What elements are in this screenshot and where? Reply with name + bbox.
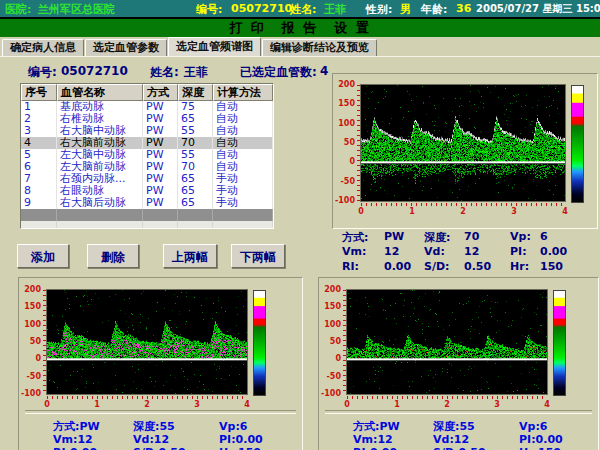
cell-name: 基底动脉 bbox=[57, 101, 143, 113]
info-name-value: 王菲 bbox=[184, 64, 208, 81]
vessel-table[interactable]: 序号血管名称方式深度计算方法1基底动脉PW75自动2右椎动脉PW65自动3右大脑… bbox=[20, 83, 274, 229]
hospital-label: 医院: bbox=[5, 2, 31, 17]
table-row[interactable]: 7右颈内动脉...PW65手动 bbox=[21, 173, 273, 185]
add-button[interactable]: 添加 bbox=[17, 244, 69, 268]
patient-id-value: 05072710 bbox=[231, 2, 292, 15]
stat-pair: 深度:55 bbox=[433, 415, 519, 428]
spectrum-plot-top bbox=[361, 85, 565, 201]
empty-row bbox=[21, 221, 273, 228]
x-tick-label: 1 bbox=[91, 400, 103, 409]
empty-row bbox=[21, 209, 273, 221]
stat-pair: Hr:150 bbox=[519, 441, 583, 450]
info-count-value: 4 bbox=[320, 64, 328, 78]
tab-1[interactable]: 确定病人信息 bbox=[2, 39, 84, 56]
patient-name-label: 姓名: bbox=[290, 2, 316, 17]
cell-depth: 55 bbox=[178, 125, 213, 137]
cell-depth: 65 bbox=[178, 197, 213, 209]
velocity-colorbar bbox=[553, 290, 566, 396]
cell-name: 右大脑中动脉 bbox=[57, 125, 143, 137]
empty-cell bbox=[57, 209, 143, 221]
empty-cell bbox=[213, 209, 273, 221]
cell-depth: 75 bbox=[178, 101, 213, 113]
tab-3[interactable]: 选定血管频谱图 bbox=[168, 37, 261, 56]
y-tick-label: 0 bbox=[333, 158, 355, 166]
x-tick-label: 3 bbox=[491, 400, 503, 409]
table-row[interactable]: 9右大脑后动脉PW65手动 bbox=[21, 197, 273, 209]
stat-pair: Vd:12 bbox=[433, 428, 519, 441]
empty-cell bbox=[178, 221, 213, 228]
spectrum-panel-bottom-left: 方式:PW深度:55Vp:6Vm:12Vd:12PI:0.00RI:0.00S/… bbox=[18, 277, 303, 450]
spectrum-stats-bottom-right: 方式:PW深度:55Vp:6Vm:12Vd:12PI:0.00RI:0.00S/… bbox=[353, 415, 589, 450]
stat-label: 方式: bbox=[342, 230, 384, 245]
empty-cell bbox=[178, 209, 213, 221]
y-tick-label: 50 bbox=[19, 338, 41, 346]
column-header: 血管名称 bbox=[57, 84, 143, 101]
cell-method: 手动 bbox=[213, 185, 273, 197]
divider bbox=[25, 410, 296, 414]
info-name-label: 姓名: bbox=[150, 64, 179, 81]
info-count-label: 已选定血管数: bbox=[240, 64, 317, 81]
stat-value: 6 bbox=[540, 230, 594, 245]
x-tick-label: 1 bbox=[406, 207, 418, 216]
table-row[interactable]: 6左大脑前动脉PW70自动 bbox=[21, 161, 273, 173]
y-tick-label: -50 bbox=[333, 178, 355, 186]
y-tick-label: -50 bbox=[319, 373, 341, 381]
age-value: 36 bbox=[456, 2, 471, 15]
y-tick-label: 150 bbox=[19, 303, 41, 311]
x-tick-label: 3 bbox=[191, 400, 203, 409]
stat-pair: Vp:6 bbox=[519, 415, 583, 428]
table-row[interactable]: 4右大脑前动脉PW70自动 bbox=[21, 137, 273, 149]
cell-depth: 65 bbox=[178, 113, 213, 125]
menu-bar: 打 印报 告设 置 bbox=[0, 19, 600, 37]
application-window: 医院: 兰州军区总医院 编号: 05072710 姓名: 王菲 性别: 男 年龄… bbox=[0, 0, 600, 450]
stat-value: 0.50 bbox=[158, 446, 185, 450]
info-id-label: 编号: bbox=[28, 64, 57, 81]
y-tick-label: -100 bbox=[333, 197, 355, 205]
stat-label: 深度: bbox=[424, 230, 464, 245]
y-axis-ticks bbox=[343, 290, 346, 394]
prev-two-button[interactable]: 上两幅 bbox=[163, 244, 217, 268]
table-row[interactable]: 3右大脑中动脉PW55自动 bbox=[21, 125, 273, 137]
cell-no: 6 bbox=[21, 161, 57, 173]
stat-pair: S/D:0.50 bbox=[433, 441, 519, 450]
stat-label: S/D: bbox=[424, 260, 464, 275]
cell-method: 自动 bbox=[213, 137, 273, 149]
stat-label: Vm: bbox=[342, 245, 384, 260]
cell-method: 自动 bbox=[213, 161, 273, 173]
empty-cell bbox=[143, 209, 178, 221]
info-id-value: 05072710 bbox=[61, 64, 128, 78]
cell-mode: PW bbox=[143, 101, 178, 113]
stat-pair: Vm:12 bbox=[53, 428, 133, 441]
menu-item-1[interactable]: 打 印 bbox=[229, 19, 266, 37]
cell-mode: PW bbox=[143, 149, 178, 161]
cell-no: 3 bbox=[21, 125, 57, 137]
tab-2[interactable]: 选定血管参数 bbox=[85, 39, 167, 56]
table-row[interactable]: 8右眼动脉PW65手动 bbox=[21, 185, 273, 197]
x-tick-label: 0 bbox=[341, 400, 353, 409]
cell-depth: 65 bbox=[178, 185, 213, 197]
stat-label: S/D: bbox=[433, 446, 458, 450]
stat-pair: Vm:12 bbox=[353, 428, 433, 441]
title-bar: 医院: 兰州军区总医院 编号: 05072710 姓名: 王菲 性别: 男 年龄… bbox=[0, 0, 600, 17]
menu-item-3[interactable]: 设 置 bbox=[334, 19, 371, 37]
stat-value: 70 bbox=[464, 230, 510, 245]
tab-4[interactable]: 编辑诊断结论及预览 bbox=[262, 39, 377, 56]
gender-label: 性别: bbox=[366, 2, 392, 17]
y-tick-label: 100 bbox=[333, 120, 355, 128]
table-row[interactable]: 2右椎动脉PW65自动 bbox=[21, 113, 273, 125]
hospital-value: 兰州军区总医院 bbox=[38, 2, 115, 17]
empty-cell bbox=[57, 221, 143, 228]
stat-value: 0.00 bbox=[370, 446, 397, 450]
table-row[interactable]: 5左大脑中动脉PW55自动 bbox=[21, 149, 273, 161]
datetime: 2005/07/27 星期三 15:08:22 bbox=[476, 2, 600, 16]
x-tick-label: 0 bbox=[41, 400, 53, 409]
cell-method: 自动 bbox=[213, 113, 273, 125]
next-two-button[interactable]: 下两幅 bbox=[231, 244, 285, 268]
delete-button[interactable]: 删除 bbox=[87, 244, 139, 268]
y-tick-label: 150 bbox=[333, 100, 355, 108]
table-row[interactable]: 1基底动脉PW75自动 bbox=[21, 101, 273, 113]
y-tick-label: 0 bbox=[319, 355, 341, 363]
cell-name: 右颈内动脉... bbox=[57, 173, 143, 185]
menu-item-2[interactable]: 报 告 bbox=[282, 19, 319, 37]
stat-value: 150 bbox=[538, 446, 561, 450]
